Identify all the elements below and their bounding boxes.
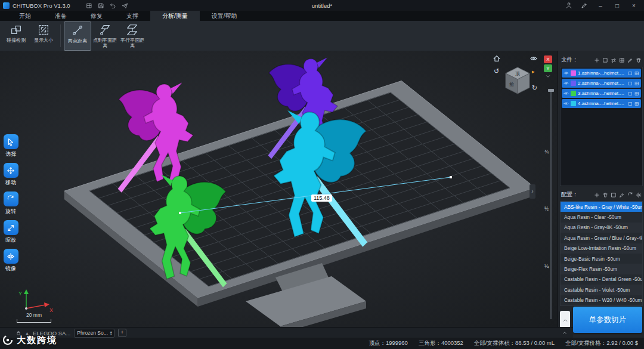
delete-file-icon[interactable] — [636, 57, 642, 63]
clip-axis-x-button[interactable]: X — [544, 55, 552, 63]
list-icon[interactable] — [619, 57, 625, 63]
tool-rotate[interactable]: 旋转 — [4, 192, 18, 215]
app-title: CHITUBOX Pro V1.3.0 — [13, 2, 70, 9]
slider-track[interactable] — [550, 89, 552, 319]
viewport-3d[interactable]: 115.48 选择 移动 旋转 缩放 镜像 — [0, 51, 558, 327]
visibility-icon[interactable] — [564, 91, 569, 96]
chevron-down-icon[interactable] — [544, 73, 552, 79]
feedback-icon[interactable] — [581, 2, 588, 9]
support-icon[interactable] — [628, 101, 633, 106]
tool-mirror[interactable]: 镜像 — [4, 249, 18, 273]
tab-analyze-measure[interactable]: 分析/测量 — [150, 11, 200, 21]
tool-scale[interactable]: 缩放 — [4, 220, 18, 244]
tab-prepare[interactable]: 准备 — [43, 11, 79, 21]
parallel-plane-icon — [126, 23, 139, 36]
delete-profile-icon[interactable] — [602, 192, 608, 198]
visibility-icon[interactable] — [564, 70, 569, 76]
more-icon[interactable] — [634, 81, 639, 86]
add-machine-button[interactable]: + — [118, 329, 126, 337]
more-icon[interactable] — [634, 91, 639, 96]
reset-icon[interactable] — [627, 192, 633, 198]
resin-row[interactable]: Beige Low-Irritation Resin -50um — [561, 243, 642, 254]
tool-point-plane-distance[interactable]: 点到平面距离 — [91, 21, 119, 51]
add-profile-icon[interactable] — [594, 192, 600, 198]
machine-tab[interactable]: ELEGOO SA... — [33, 330, 70, 336]
tool-move[interactable]: 移动 — [4, 163, 18, 187]
model-thumbnail — [571, 81, 576, 86]
resin-row[interactable]: Beige-Flex Resin -50um — [561, 264, 642, 274]
perspective-icon[interactable] — [530, 54, 538, 63]
file-row[interactable]: 4.ashinna-...helmet.stl #3 — [562, 99, 641, 108]
file-list: 1.ashinna-...helmet.stl #0 2.ashinna-...… — [560, 67, 643, 186]
tool-select[interactable]: 选择 — [4, 134, 18, 158]
swap-icon[interactable] — [611, 57, 617, 63]
clip-axis-y-button[interactable]: Y — [544, 64, 552, 72]
model-thumbnail — [571, 101, 576, 106]
axis-indicator: Y X — [17, 287, 55, 313]
files-section-header: 文件： — [558, 55, 644, 64]
tool-parallel-plane-distance[interactable]: 平行平面距离 — [119, 21, 146, 51]
support-icon[interactable] — [628, 71, 633, 76]
tab-support[interactable]: 支撑 — [114, 11, 150, 21]
two-point-icon — [71, 24, 84, 37]
chevron-up-icon — [562, 317, 568, 323]
save-icon[interactable] — [98, 2, 104, 9]
machine-lock-icon — [16, 330, 21, 336]
resin-row[interactable]: Castable Resin - Dental Green -50um — [561, 274, 642, 285]
tool-collision-detect[interactable]: 碰撞检测 — [2, 21, 30, 51]
more-icon[interactable] — [634, 71, 639, 76]
price-stat: 全部/支撑价格：2.92 / 0.00 $ — [565, 339, 638, 347]
resin-row[interactable]: Aqua Resin - Clear -50um — [561, 212, 642, 222]
resin-row[interactable]: Castable Resin - W20 / W40 -50um — [561, 295, 642, 305]
maximize-button[interactable]: □ — [613, 2, 621, 9]
visibility-icon[interactable] — [564, 81, 569, 86]
resin-row-selected[interactable]: ABS-like Resin - Gray / White -50um — [561, 202, 642, 212]
visibility-icon[interactable] — [564, 101, 569, 106]
account-icon[interactable] — [565, 2, 572, 9]
more-icon[interactable] — [634, 101, 639, 106]
add-file-icon[interactable] — [594, 57, 600, 63]
support-icon[interactable] — [628, 81, 633, 86]
share-icon[interactable] — [122, 2, 128, 9]
group-icon[interactable] — [602, 57, 608, 63]
slice-button[interactable]: 单参数切片 — [573, 307, 642, 333]
file-row[interactable]: 1.ashinna-...helmet.stl #0 — [562, 69, 641, 78]
bottom-bar-collapse-icon[interactable] — [561, 330, 568, 336]
file-row[interactable]: 3.ashinna-...helmet.stl #2 — [562, 89, 641, 98]
rename-icon[interactable] — [627, 57, 633, 63]
panel-collapse-handle[interactable]: › — [530, 184, 535, 199]
rotate-left-icon[interactable]: ↺ — [494, 67, 499, 75]
tab-start[interactable]: 开始 — [7, 11, 43, 21]
triangle-count: 三角形：4000352 — [419, 339, 463, 347]
settings-icon[interactable] — [636, 192, 642, 198]
slider-handle[interactable] — [548, 89, 554, 92]
ribbon-separator — [60, 24, 61, 47]
resin-row[interactable]: Beige-Basic Resin -50um — [561, 254, 642, 264]
undo-icon[interactable] — [110, 2, 116, 9]
printer-dropdown[interactable]: Phrozen So... ▲▼ — [74, 329, 114, 338]
size-icon — [37, 23, 50, 36]
tab-repair[interactable]: 修复 — [79, 11, 114, 21]
tool-show-size[interactable]: 显示大小 — [30, 21, 57, 51]
mirror-icon — [7, 252, 15, 261]
tool-two-point-distance[interactable]: 两点距离 — [64, 21, 91, 51]
model-thumbnail — [571, 70, 576, 76]
tab-settings-help[interactable]: 设置/帮助 — [200, 11, 249, 21]
minimize-button[interactable]: – — [596, 2, 605, 9]
home-view-icon[interactable] — [493, 54, 501, 63]
close-button[interactable]: × — [630, 2, 638, 9]
resin-row[interactable]: Aqua Resin - Green / Blue / Gray-4k / ..… — [561, 233, 642, 243]
duplicate-icon[interactable] — [611, 192, 617, 198]
measurement-value-label: 115.48 — [311, 194, 332, 202]
dropdown-spinner-icon[interactable]: ▲▼ — [110, 331, 113, 335]
clipping-slider: X Y ¾ ½ ¼ — [540, 55, 556, 323]
file-row[interactable]: 2.ashinna-...helmet.stl #1 — [562, 79, 641, 88]
point-plane-icon — [98, 23, 112, 36]
support-icon[interactable] — [628, 91, 633, 96]
edit-profile-icon[interactable] — [619, 192, 625, 198]
view-cube[interactable]: 顶 前 — [502, 64, 533, 97]
resin-row[interactable]: Aqua Resin - Gray-8K -50um — [561, 223, 642, 233]
file-icon[interactable] — [86, 2, 92, 9]
resin-row[interactable]: Castable Resin - Violet -50um — [561, 285, 642, 295]
transform-toolbar: 选择 移动 旋转 缩放 镜像 — [1, 134, 20, 273]
